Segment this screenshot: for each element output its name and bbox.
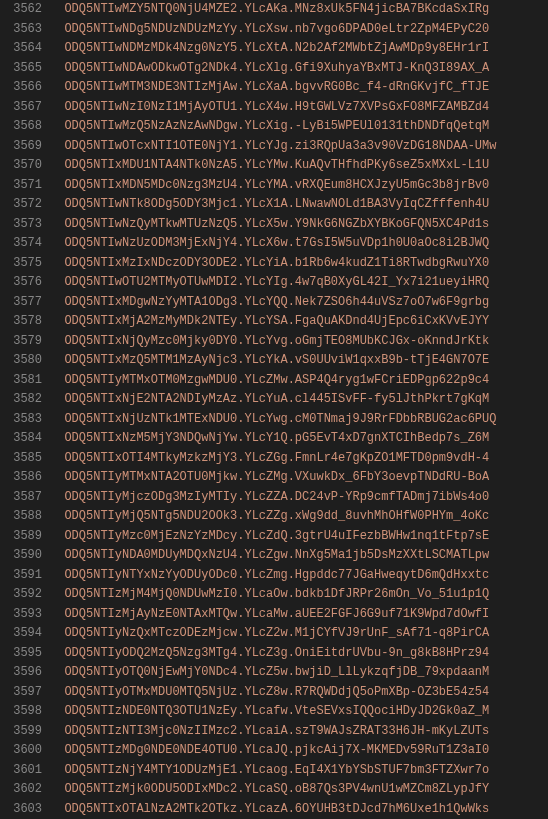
code-line[interactable]: ODQ5NTIyOTMxMDU0MTQ5NjUz.YLcZ8w.R7RQWDdj…: [50, 683, 548, 703]
line-number: 3581: [0, 371, 42, 391]
line-number: 3598: [0, 702, 42, 722]
code-line[interactable]: ODQ5NTIyMTMxOTM0MzgwMDU0.YLcZMw.ASP4Q4ry…: [50, 371, 548, 391]
line-number: 3588: [0, 507, 42, 527]
code-line[interactable]: ODQ5NTIxMjA2MzMyMDk2NTEy.YLcYSA.FgaQuAKD…: [50, 312, 548, 332]
line-number: 3565: [0, 59, 42, 79]
line-number: 3594: [0, 624, 42, 644]
code-line[interactable]: ODQ5NTIzMDg0NDE0NDE4OTU0.YLcaJQ.pjkcAij7…: [50, 741, 548, 761]
code-line[interactable]: ODQ5NTIwNzI0NzI1MjAyOTU1.YLcX4w.H9tGWLVz…: [50, 98, 548, 118]
line-number: 3601: [0, 761, 42, 781]
code-line[interactable]: ODQ5NTIxMzQ5MTM1MzAyNjc3.YLcYkA.vS0UUviW…: [50, 351, 548, 371]
code-line[interactable]: ODQ5NTIyNzQxMTczODEzMjcw.YLcZ2w.M1jCYfVJ…: [50, 624, 548, 644]
code-line[interactable]: ODQ5NTIyMTMxNTA2OTU0Mjkw.YLcZMg.VXuwkDx_…: [50, 468, 548, 488]
code-line[interactable]: ODQ5NTIxNjUzNTk1MTExNDU0.YLcYwg.cM0TNmaj…: [50, 410, 548, 430]
code-line[interactable]: ODQ5NTIxNjQyMzc0Mjky0DY0.YLcYvg.oGmjTEO8…: [50, 332, 548, 352]
line-number: 3591: [0, 566, 42, 586]
line-number: 3571: [0, 176, 42, 196]
line-number: 3602: [0, 780, 42, 800]
line-number: 3595: [0, 644, 42, 664]
code-line[interactable]: ODQ5NTIwNDMzMDk4Nzg0NzY5.YLcXtA.N2b2Af2M…: [50, 39, 548, 59]
line-number: 3600: [0, 741, 42, 761]
line-number: 3573: [0, 215, 42, 235]
line-number: 3572: [0, 195, 42, 215]
code-editor[interactable]: 3562356335643565356635673568356935703571…: [0, 0, 548, 819]
code-line[interactable]: ODQ5NTIxNjE2NTA2NDIyMzAz.YLcYuA.cl445ISv…: [50, 390, 548, 410]
line-number: 3562: [0, 0, 42, 20]
code-line[interactable]: ODQ5NTIyNDA0MDUyMDQxNzU4.YLcZgw.NnXg5Ma1…: [50, 546, 548, 566]
code-line[interactable]: ODQ5NTIwNzUzODM3MjExNjY4.YLcX6w.t7GsI5W5…: [50, 234, 548, 254]
line-number: 3589: [0, 527, 42, 547]
code-line[interactable]: ODQ5NTIxMDU1NTA4NTk0NzA5.YLcYMw.KuAQvTHf…: [50, 156, 548, 176]
line-number: 3566: [0, 78, 42, 98]
code-line[interactable]: ODQ5NTIxOTI4MTkyMzkzMjY3.YLcZGg.FmnLr4e7…: [50, 449, 548, 469]
line-number: 3577: [0, 293, 42, 313]
line-number: 3569: [0, 137, 42, 157]
line-number: 3570: [0, 156, 42, 176]
code-line[interactable]: ODQ5NTIyMzc0MjEzNzYzMDcy.YLcZdQ.3gtrU4uI…: [50, 527, 548, 547]
line-number: 3583: [0, 410, 42, 430]
line-number: 3578: [0, 312, 42, 332]
line-number: 3603: [0, 800, 42, 820]
line-number: 3597: [0, 683, 42, 703]
line-number: 3582: [0, 390, 42, 410]
line-number: 3584: [0, 429, 42, 449]
code-line[interactable]: ODQ5NTIwMzQ5NzAzNzAwNDgw.YLcXig.-LyBi5WP…: [50, 117, 548, 137]
code-line[interactable]: ODQ5NTIzMjM4MjQ0NDUwMzI0.YLcaOw.bdkb1DfJ…: [50, 585, 548, 605]
code-line[interactable]: ODQ5NTIzMjk0ODU5ODIxMDc2.YLcaSQ.oB87Qs3P…: [50, 780, 548, 800]
code-line[interactable]: ODQ5NTIwNDAwODkwOTg2NDk4.YLcXlg.Gfi9Xuhy…: [50, 59, 548, 79]
line-number: 3586: [0, 468, 42, 488]
code-line[interactable]: ODQ5NTIwMTM3NDE3NTIzMjAw.YLcXaA.bgvvRG0B…: [50, 78, 548, 98]
line-number: 3585: [0, 449, 42, 469]
code-line[interactable]: ODQ5NTIzNDE0NTQ3OTU1NzEy.YLcafw.VteSEVxs…: [50, 702, 548, 722]
line-number: 3592: [0, 585, 42, 605]
code-line[interactable]: ODQ5NTIwOTU2MTMyOTUwMDI2.YLcYIg.4w7qB0Xy…: [50, 273, 548, 293]
line-number: 3568: [0, 117, 42, 137]
line-number: 3574: [0, 234, 42, 254]
code-line[interactable]: ODQ5NTIzNjY4MTY1ODUzMjE1.YLcaog.EqI4X1Yb…: [50, 761, 548, 781]
line-number: 3596: [0, 663, 42, 683]
line-number: 3580: [0, 351, 42, 371]
code-line[interactable]: ODQ5NTIwNzQyMTkwMTUzNzQ5.YLcX5w.Y9NkG6NG…: [50, 215, 548, 235]
line-number: 3593: [0, 605, 42, 625]
code-line[interactable]: ODQ5NTIxMzIxNDczODY3ODE2.YLcYiA.b1Rb6w4k…: [50, 254, 548, 274]
code-line[interactable]: ODQ5NTIwOTcxNTI1OTE0NjY1.YLcYJg.zi3RQpUa…: [50, 137, 548, 157]
line-number: 3563: [0, 20, 42, 40]
code-line[interactable]: ODQ5NTIyODQ2MzQ5Nzg3MTg4.YLcZ3g.OniEitdr…: [50, 644, 548, 664]
code-line[interactable]: ODQ5NTIxMDgwNzYyMTA1ODg3.YLcYQQ.Nek7ZSO6…: [50, 293, 548, 313]
code-line[interactable]: ODQ5NTIxMDN5MDc0Nzg3MzU4.YLcYMA.vRXQEum8…: [50, 176, 548, 196]
code-line[interactable]: ODQ5NTIzMjAyNzE0NTAxMTQw.YLcaMw.aUEE2FGF…: [50, 605, 548, 625]
code-line[interactable]: ODQ5NTIxNzM5MjY3NDQwNjYw.YLcY1Q.pG5EvT4x…: [50, 429, 548, 449]
line-number-gutter: 3562356335643565356635673568356935703571…: [0, 0, 50, 819]
line-number: 3564: [0, 39, 42, 59]
code-line[interactable]: ODQ5NTIyNTYxNzYyODUyODc0.YLcZmg.Hgpddc77…: [50, 566, 548, 586]
code-line[interactable]: ODQ5NTIyMjczODg3MzIyMTIy.YLcZZA.DC24vP-Y…: [50, 488, 548, 508]
line-number: 3567: [0, 98, 42, 118]
code-line[interactable]: ODQ5NTIwMZY5NTQ0NjU4MZE2.YLcAKa.MNz8xUk5…: [50, 0, 548, 20]
line-number: 3587: [0, 488, 42, 508]
line-number: 3590: [0, 546, 42, 566]
line-number: 3576: [0, 273, 42, 293]
code-area[interactable]: ODQ5NTIwMZY5NTQ0NjU4MZE2.YLcAKa.MNz8xUk5…: [50, 0, 548, 819]
code-line[interactable]: ODQ5NTIyMjQ5NTg5NDU2OOk3.YLcZZg.xWg9dd_8…: [50, 507, 548, 527]
line-number: 3579: [0, 332, 42, 352]
code-line[interactable]: ODQ5NTIzNTI3Mjc0NzIIMzc2.YLcaiA.szT9WAJs…: [50, 722, 548, 742]
code-line[interactable]: ODQ5NTIwNTk8ODg5ODY3Mjc1.YLcX1A.LNwawNOL…: [50, 195, 548, 215]
line-number: 3599: [0, 722, 42, 742]
code-line[interactable]: ODQ5NTIyOTQ0NjEwMjY0NDc4.YLcZ5w.bwjiD_Ll…: [50, 663, 548, 683]
code-line[interactable]: ODQ5NTIxOTAlNzA2MTk2OTkz.YLcazA.6OYUHB3t…: [50, 800, 548, 820]
code-line[interactable]: ODQ5NTIwNDg5NDUzNDUzMzYy.YLcXsw.nb7vgo6D…: [50, 20, 548, 40]
line-number: 3575: [0, 254, 42, 274]
